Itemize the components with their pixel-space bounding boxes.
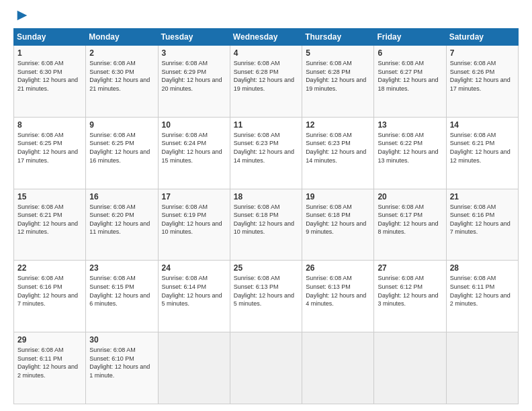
day-number: 2 xyxy=(89,48,154,58)
logo xyxy=(13,11,30,23)
day-info: Sunrise: 6:08 AMSunset: 6:30 PMDaylight:… xyxy=(17,60,78,92)
day-number: 20 xyxy=(378,192,442,201)
day-header-tuesday: Tuesday xyxy=(158,29,230,46)
calendar-cell: 14 Sunrise: 6:08 AMSunset: 6:21 PMDaylig… xyxy=(446,117,518,189)
calendar-cell: 19 Sunrise: 6:08 AMSunset: 6:18 PMDaylig… xyxy=(302,189,374,261)
day-info: Sunrise: 6:08 AMSunset: 6:18 PMDaylight:… xyxy=(306,203,366,236)
day-info: Sunrise: 6:08 AMSunset: 6:27 PMDaylight:… xyxy=(378,60,438,92)
day-info: Sunrise: 6:08 AMSunset: 6:23 PMDaylight:… xyxy=(234,132,294,164)
day-header-monday: Monday xyxy=(86,29,158,46)
calendar-cell: 6 Sunrise: 6:08 AMSunset: 6:27 PMDayligh… xyxy=(374,46,446,118)
day-info: Sunrise: 6:08 AMSunset: 6:21 PMDaylight:… xyxy=(17,203,78,236)
day-number: 7 xyxy=(450,48,515,58)
calendar-cell xyxy=(230,332,302,404)
day-info: Sunrise: 6:08 AMSunset: 6:13 PMDaylight:… xyxy=(234,275,294,307)
day-info: Sunrise: 6:08 AMSunset: 6:14 PMDaylight:… xyxy=(162,275,222,307)
calendar-cell: 26 Sunrise: 6:08 AMSunset: 6:13 PMDaylig… xyxy=(302,261,374,332)
day-info: Sunrise: 6:08 AMSunset: 6:10 PMDaylight:… xyxy=(89,347,150,379)
day-header-friday: Friday xyxy=(374,29,446,46)
day-number: 22 xyxy=(17,263,82,273)
day-info: Sunrise: 6:08 AMSunset: 6:20 PMDaylight:… xyxy=(89,203,150,236)
day-info: Sunrise: 6:08 AMSunset: 6:16 PMDaylight:… xyxy=(450,203,511,236)
calendar-cell: 13 Sunrise: 6:08 AMSunset: 6:22 PMDaylig… xyxy=(374,117,446,189)
day-info: Sunrise: 6:08 AMSunset: 6:13 PMDaylight:… xyxy=(306,275,366,307)
day-info: Sunrise: 6:08 AMSunset: 6:16 PMDaylight:… xyxy=(17,275,78,307)
day-number: 28 xyxy=(450,263,515,273)
day-number: 11 xyxy=(234,120,298,130)
day-info: Sunrise: 6:08 AMSunset: 6:18 PMDaylight:… xyxy=(234,203,294,236)
calendar-cell: 22 Sunrise: 6:08 AMSunset: 6:16 PMDaylig… xyxy=(14,261,86,332)
calendar-cell: 18 Sunrise: 6:08 AMSunset: 6:18 PMDaylig… xyxy=(230,189,302,261)
day-info: Sunrise: 6:08 AMSunset: 6:30 PMDaylight:… xyxy=(89,60,150,92)
calendar-cell: 4 Sunrise: 6:08 AMSunset: 6:28 PMDayligh… xyxy=(230,46,302,118)
day-info: Sunrise: 6:08 AMSunset: 6:12 PMDaylight:… xyxy=(378,275,438,307)
calendar-cell: 10 Sunrise: 6:08 AMSunset: 6:24 PMDaylig… xyxy=(158,117,230,189)
day-number: 24 xyxy=(162,263,226,273)
day-info: Sunrise: 6:08 AMSunset: 6:25 PMDaylight:… xyxy=(89,132,150,164)
day-header-sunday: Sunday xyxy=(14,29,86,46)
day-number: 14 xyxy=(450,120,515,130)
day-info: Sunrise: 6:08 AMSunset: 6:19 PMDaylight:… xyxy=(162,203,222,236)
day-number: 10 xyxy=(162,120,226,130)
day-number: 25 xyxy=(234,263,298,273)
day-info: Sunrise: 6:08 AMSunset: 6:24 PMDaylight:… xyxy=(162,132,222,164)
day-header-wednesday: Wednesday xyxy=(230,29,302,46)
calendar-cell: 24 Sunrise: 6:08 AMSunset: 6:14 PMDaylig… xyxy=(158,261,230,332)
day-info: Sunrise: 6:08 AMSunset: 6:23 PMDaylight:… xyxy=(306,132,366,164)
calendar-cell: 21 Sunrise: 6:08 AMSunset: 6:16 PMDaylig… xyxy=(446,189,518,261)
day-info: Sunrise: 6:08 AMSunset: 6:17 PMDaylight:… xyxy=(378,203,438,236)
calendar-cell: 29 Sunrise: 6:08 AMSunset: 6:11 PMDaylig… xyxy=(14,332,86,404)
calendar-header-row: SundayMondayTuesdayWednesdayThursdayFrid… xyxy=(14,29,519,46)
calendar-cell: 5 Sunrise: 6:08 AMSunset: 6:28 PMDayligh… xyxy=(302,46,374,118)
day-info: Sunrise: 6:08 AMSunset: 6:11 PMDaylight:… xyxy=(17,347,78,379)
calendar-cell: 9 Sunrise: 6:08 AMSunset: 6:25 PMDayligh… xyxy=(86,117,158,189)
day-info: Sunrise: 6:08 AMSunset: 6:22 PMDaylight:… xyxy=(378,132,438,164)
page: SundayMondayTuesdayWednesdayThursdayFrid… xyxy=(0,0,532,411)
day-info: Sunrise: 6:08 AMSunset: 6:29 PMDaylight:… xyxy=(162,60,222,92)
day-number: 8 xyxy=(17,120,82,130)
day-number: 17 xyxy=(162,192,226,201)
day-header-thursday: Thursday xyxy=(302,29,374,46)
header xyxy=(13,11,519,23)
day-number: 5 xyxy=(306,48,370,58)
day-number: 16 xyxy=(89,192,154,201)
day-number: 26 xyxy=(306,263,370,273)
calendar-cell: 25 Sunrise: 6:08 AMSunset: 6:13 PMDaylig… xyxy=(230,261,302,332)
calendar-week-4: 22 Sunrise: 6:08 AMSunset: 6:16 PMDaylig… xyxy=(14,261,519,332)
calendar-cell: 7 Sunrise: 6:08 AMSunset: 6:26 PMDayligh… xyxy=(446,46,518,118)
logo-arrow-icon xyxy=(15,8,30,23)
day-number: 29 xyxy=(17,335,82,345)
calendar-cell: 23 Sunrise: 6:08 AMSunset: 6:15 PMDaylig… xyxy=(86,261,158,332)
calendar-cell: 20 Sunrise: 6:08 AMSunset: 6:17 PMDaylig… xyxy=(374,189,446,261)
calendar-cell: 8 Sunrise: 6:08 AMSunset: 6:25 PMDayligh… xyxy=(14,117,86,189)
calendar-cell: 16 Sunrise: 6:08 AMSunset: 6:20 PMDaylig… xyxy=(86,189,158,261)
calendar-cell: 30 Sunrise: 6:08 AMSunset: 6:10 PMDaylig… xyxy=(86,332,158,404)
day-info: Sunrise: 6:08 AMSunset: 6:25 PMDaylight:… xyxy=(17,132,78,164)
day-number: 23 xyxy=(89,263,154,273)
day-number: 21 xyxy=(450,192,515,201)
day-info: Sunrise: 6:08 AMSunset: 6:21 PMDaylight:… xyxy=(450,132,511,164)
calendar-cell: 11 Sunrise: 6:08 AMSunset: 6:23 PMDaylig… xyxy=(230,117,302,189)
day-number: 27 xyxy=(378,263,442,273)
day-number: 13 xyxy=(378,120,442,130)
calendar-cell xyxy=(158,332,230,404)
calendar-cell: 3 Sunrise: 6:08 AMSunset: 6:29 PMDayligh… xyxy=(158,46,230,118)
day-number: 12 xyxy=(306,120,370,130)
calendar-table: SundayMondayTuesdayWednesdayThursdayFrid… xyxy=(13,28,519,404)
calendar-week-2: 8 Sunrise: 6:08 AMSunset: 6:25 PMDayligh… xyxy=(14,117,519,189)
day-number: 18 xyxy=(234,192,298,201)
calendar-cell: 1 Sunrise: 6:08 AMSunset: 6:30 PMDayligh… xyxy=(14,46,86,118)
calendar-cell: 2 Sunrise: 6:08 AMSunset: 6:30 PMDayligh… xyxy=(86,46,158,118)
calendar-cell: 28 Sunrise: 6:08 AMSunset: 6:11 PMDaylig… xyxy=(446,261,518,332)
calendar-week-1: 1 Sunrise: 6:08 AMSunset: 6:30 PMDayligh… xyxy=(14,46,519,118)
day-info: Sunrise: 6:08 AMSunset: 6:28 PMDaylight:… xyxy=(306,60,366,92)
day-info: Sunrise: 6:08 AMSunset: 6:15 PMDaylight:… xyxy=(89,275,150,307)
calendar-cell: 17 Sunrise: 6:08 AMSunset: 6:19 PMDaylig… xyxy=(158,189,230,261)
day-number: 9 xyxy=(89,120,154,130)
day-info: Sunrise: 6:08 AMSunset: 6:26 PMDaylight:… xyxy=(450,60,511,92)
day-number: 3 xyxy=(162,48,226,58)
day-number: 19 xyxy=(306,192,370,201)
calendar-cell: 12 Sunrise: 6:08 AMSunset: 6:23 PMDaylig… xyxy=(302,117,374,189)
calendar-cell xyxy=(374,332,446,404)
calendar-cell: 27 Sunrise: 6:08 AMSunset: 6:12 PMDaylig… xyxy=(374,261,446,332)
